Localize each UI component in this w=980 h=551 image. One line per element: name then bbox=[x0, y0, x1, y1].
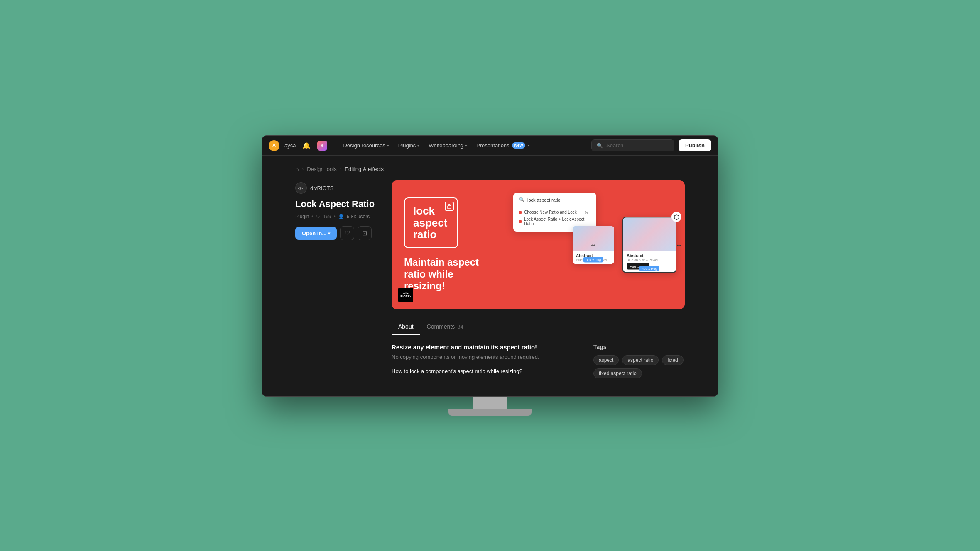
hero-image: lock aspect ratio Maintain aspect ratio … bbox=[392, 180, 685, 309]
users-icon: 👤 bbox=[338, 214, 344, 219]
lock-box: lock aspect ratio bbox=[404, 197, 458, 248]
lock-box-title: lock aspect ratio bbox=[413, 205, 449, 241]
search-placeholder: Search bbox=[606, 142, 623, 149]
comments-count: 34 bbox=[457, 324, 463, 330]
home-icon[interactable]: ⌂ bbox=[295, 166, 299, 172]
tags-list: aspect aspect ratio fixed fixed aspect r… bbox=[593, 355, 685, 378]
tags-title: Tags bbox=[593, 344, 685, 350]
resize-corner-large: ⬡ bbox=[671, 212, 681, 222]
tag-fixed-aspect-ratio[interactable]: fixed aspect ratio bbox=[593, 368, 642, 378]
search-icon: 🔍 bbox=[597, 143, 603, 149]
open-in-button[interactable]: Open in... ▾ bbox=[295, 227, 337, 240]
chevron-down-icon: ▾ bbox=[387, 144, 389, 148]
resize-arrow-large: ↔ bbox=[676, 241, 682, 249]
nav-presentations[interactable]: Presentations New ▾ bbox=[472, 140, 534, 151]
plugin-meta: Plugin • ♡ 169 • 👤 6.8k users bbox=[295, 214, 378, 219]
monitor-stand-base bbox=[448, 409, 532, 416]
card-image-large bbox=[623, 218, 676, 251]
tag-fixed[interactable]: fixed bbox=[662, 355, 683, 365]
hero-tagline: Maintain aspect ratio while resizing! bbox=[404, 256, 495, 292]
card-large-container: Abstract Blue on pink – Pawel Add to car… bbox=[622, 217, 676, 273]
hero-container: lock aspect ratio Maintain aspect ratio … bbox=[392, 180, 685, 378]
plugin-title: Lock Aspect Ratio bbox=[295, 199, 378, 210]
user-avatar[interactable]: A bbox=[269, 140, 279, 151]
lock-icon bbox=[445, 202, 454, 211]
search-icon: 🔍 bbox=[519, 197, 525, 202]
figma-icon bbox=[317, 141, 327, 151]
card-small-container: Abstract Blue on pink – Pawel ↔ 394 x Hu… bbox=[573, 226, 614, 264]
about-right: Tags aspect aspect ratio fixed fixed asp… bbox=[593, 344, 685, 378]
plugin-layout: </> divRIOTS Lock Aspect Ratio Plugin • … bbox=[295, 180, 685, 378]
navbar: A ayca 🔔 Design resources ▾ Plugins ▾ Wh… bbox=[262, 136, 718, 156]
likes-count: 169 bbox=[323, 214, 331, 219]
hero-search-row: 🔍 lock aspect ratio bbox=[519, 197, 590, 206]
chevron-down-icon: ▾ bbox=[465, 144, 467, 148]
chevron-down-icon: ▾ bbox=[528, 144, 530, 148]
card-large: Abstract Blue on pink – Pawel Add to car… bbox=[622, 217, 676, 273]
breadcrumb-current: Editing & effects bbox=[345, 166, 384, 172]
search-bar[interactable]: 🔍 Search bbox=[591, 139, 674, 151]
author-name: divRIOTS bbox=[310, 185, 333, 191]
tab-about[interactable]: About bbox=[392, 319, 420, 335]
tag-aspect[interactable]: aspect bbox=[593, 355, 619, 365]
divriots-logo: <divRIOTS> bbox=[398, 288, 413, 302]
about-desc: No copying components or moving elements… bbox=[392, 353, 568, 361]
size-badge-small: 394 x Hug bbox=[583, 257, 603, 262]
card-sublabel-large: Blue on pink – Pawel bbox=[627, 258, 672, 262]
card-label-large: Abstract bbox=[627, 254, 672, 258]
tab-comments[interactable]: Comments 34 bbox=[420, 319, 470, 335]
hero-search-item-1: Choose New Ratio and Lock ⌘ › bbox=[519, 209, 590, 216]
chevron-down-icon: ▾ bbox=[417, 144, 419, 148]
author-avatar: </> bbox=[295, 182, 307, 194]
main-content: ⌂ › Design tools › Editing & effects </> bbox=[262, 156, 718, 396]
svg-text:</>: </> bbox=[298, 186, 303, 190]
tag-aspect-ratio[interactable]: aspect ratio bbox=[622, 355, 659, 365]
tabs-section: About Comments 34 bbox=[392, 319, 685, 335]
about-main-title: Resize any element and maintain its aspe… bbox=[392, 344, 568, 351]
plugin-sidebar: </> divRIOTS Lock Aspect Ratio Plugin • … bbox=[295, 180, 378, 240]
hero-search-text: lock aspect ratio bbox=[527, 197, 560, 202]
bookmark-button[interactable]: ⊡ bbox=[358, 226, 372, 240]
monitor-stand-neck bbox=[473, 397, 507, 409]
about-question: How to lock a component's aspect ratio w… bbox=[392, 368, 568, 374]
plugin-actions: Open in... ▾ ♡ ⊡ bbox=[295, 226, 378, 240]
svg-rect-2 bbox=[448, 206, 451, 209]
hero-cards: Abstract Blue on pink – Pawel ↔ 394 x Hu… bbox=[573, 217, 676, 273]
about-section: Resize any element and maintain its aspe… bbox=[392, 335, 685, 378]
heart-icon: ♡ bbox=[316, 214, 321, 219]
nav-whiteboarding[interactable]: Whiteboarding ▾ bbox=[424, 140, 471, 151]
nav-right: 🔍 Search Publish bbox=[591, 139, 711, 151]
new-badge: New bbox=[512, 142, 526, 149]
breadcrumb-separator: › bbox=[302, 166, 304, 171]
plugin-type: Plugin bbox=[295, 214, 309, 219]
breadcrumb: ⌂ › Design tools › Editing & effects bbox=[295, 166, 685, 172]
about-left: Resize any element and maintain its aspe… bbox=[392, 344, 568, 378]
publish-button[interactable]: Publish bbox=[679, 139, 711, 151]
breadcrumb-separator: › bbox=[340, 166, 342, 171]
size-badge-large: 452 x Hug bbox=[639, 266, 659, 271]
divriots-badge: <divRIOTS> bbox=[398, 288, 413, 302]
resize-arrow-small: ↔ bbox=[590, 241, 597, 249]
hero-left: lock aspect ratio Maintain aspect ratio … bbox=[404, 197, 495, 292]
nav-links: Design resources ▾ Plugins ▾ Whiteboardi… bbox=[339, 140, 586, 151]
plugin-author: </> divRIOTS bbox=[295, 182, 378, 194]
nav-plugins[interactable]: Plugins ▾ bbox=[394, 140, 424, 151]
users-count: 6.8k users bbox=[347, 214, 370, 219]
breadcrumb-design-tools[interactable]: Design tools bbox=[307, 166, 337, 172]
like-button[interactable]: ♡ bbox=[340, 226, 354, 240]
notification-bell-icon[interactable]: 🔔 bbox=[302, 141, 311, 149]
username[interactable]: ayca bbox=[284, 142, 296, 149]
chevron-down-icon: ▾ bbox=[328, 231, 330, 236]
nav-design-resources[interactable]: Design resources ▾ bbox=[339, 140, 393, 151]
